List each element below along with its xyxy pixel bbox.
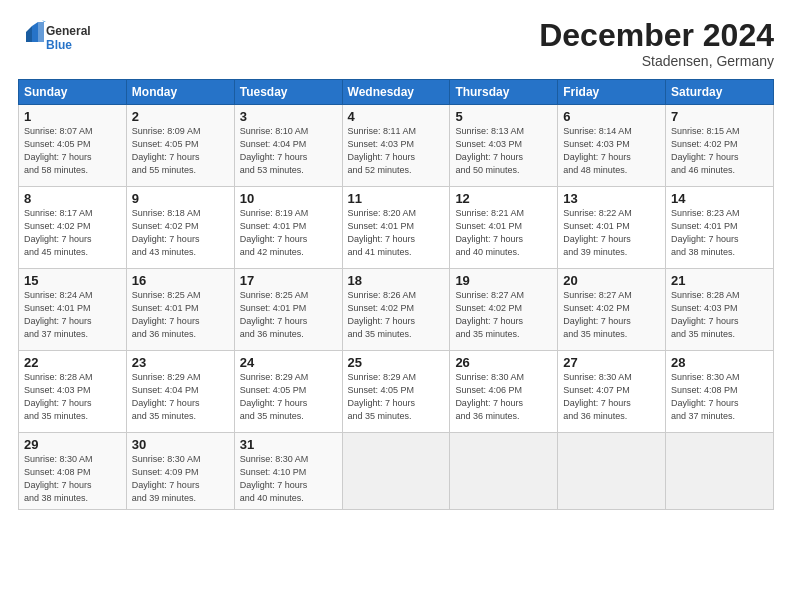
- table-row: 13Sunrise: 8:22 AM Sunset: 4:01 PM Dayli…: [558, 187, 666, 269]
- table-row: 26Sunrise: 8:30 AM Sunset: 4:06 PM Dayli…: [450, 351, 558, 433]
- day-info: Sunrise: 8:29 AM Sunset: 4:04 PM Dayligh…: [132, 371, 229, 423]
- month-title: December 2024: [539, 18, 774, 53]
- table-row: 21Sunrise: 8:28 AM Sunset: 4:03 PM Dayli…: [666, 269, 774, 351]
- svg-marker-2: [38, 22, 44, 42]
- day-number: 28: [671, 355, 768, 370]
- day-number: 20: [563, 273, 660, 288]
- calendar-header-row: Sunday Monday Tuesday Wednesday Thursday…: [19, 80, 774, 105]
- col-friday: Friday: [558, 80, 666, 105]
- col-sunday: Sunday: [19, 80, 127, 105]
- day-info: Sunrise: 8:30 AM Sunset: 4:07 PM Dayligh…: [563, 371, 660, 423]
- day-number: 14: [671, 191, 768, 206]
- table-row: [450, 433, 558, 510]
- table-row: 10Sunrise: 8:19 AM Sunset: 4:01 PM Dayli…: [234, 187, 342, 269]
- day-number: 9: [132, 191, 229, 206]
- day-number: 17: [240, 273, 337, 288]
- table-row: 16Sunrise: 8:25 AM Sunset: 4:01 PM Dayli…: [126, 269, 234, 351]
- svg-text:General: General: [46, 24, 91, 38]
- calendar-week-row: 29Sunrise: 8:30 AM Sunset: 4:08 PM Dayli…: [19, 433, 774, 510]
- day-number: 25: [348, 355, 445, 370]
- table-row: 18Sunrise: 8:26 AM Sunset: 4:02 PM Dayli…: [342, 269, 450, 351]
- table-row: 11Sunrise: 8:20 AM Sunset: 4:01 PM Dayli…: [342, 187, 450, 269]
- day-number: 1: [24, 109, 121, 124]
- day-number: 29: [24, 437, 121, 452]
- table-row: [666, 433, 774, 510]
- day-number: 7: [671, 109, 768, 124]
- day-info: Sunrise: 8:09 AM Sunset: 4:05 PM Dayligh…: [132, 125, 229, 177]
- calendar-week-row: 15Sunrise: 8:24 AM Sunset: 4:01 PM Dayli…: [19, 269, 774, 351]
- day-info: Sunrise: 8:28 AM Sunset: 4:03 PM Dayligh…: [671, 289, 768, 341]
- day-info: Sunrise: 8:24 AM Sunset: 4:01 PM Dayligh…: [24, 289, 121, 341]
- day-number: 8: [24, 191, 121, 206]
- table-row: 15Sunrise: 8:24 AM Sunset: 4:01 PM Dayli…: [19, 269, 127, 351]
- day-info: Sunrise: 8:21 AM Sunset: 4:01 PM Dayligh…: [455, 207, 552, 259]
- day-number: 15: [24, 273, 121, 288]
- day-number: 10: [240, 191, 337, 206]
- day-number: 2: [132, 109, 229, 124]
- day-info: Sunrise: 8:29 AM Sunset: 4:05 PM Dayligh…: [348, 371, 445, 423]
- day-number: 31: [240, 437, 337, 452]
- page-container: General Blue December 2024 Stadensen, Ge…: [0, 0, 792, 520]
- day-number: 11: [348, 191, 445, 206]
- col-saturday: Saturday: [666, 80, 774, 105]
- day-number: 24: [240, 355, 337, 370]
- table-row: 9Sunrise: 8:18 AM Sunset: 4:02 PM Daylig…: [126, 187, 234, 269]
- header: General Blue December 2024 Stadensen, Ge…: [18, 18, 774, 69]
- day-number: 23: [132, 355, 229, 370]
- logo-svg: General Blue: [18, 18, 108, 58]
- day-number: 3: [240, 109, 337, 124]
- day-info: Sunrise: 8:30 AM Sunset: 4:08 PM Dayligh…: [671, 371, 768, 423]
- day-number: 13: [563, 191, 660, 206]
- day-info: Sunrise: 8:27 AM Sunset: 4:02 PM Dayligh…: [563, 289, 660, 341]
- day-info: Sunrise: 8:25 AM Sunset: 4:01 PM Dayligh…: [240, 289, 337, 341]
- table-row: 25Sunrise: 8:29 AM Sunset: 4:05 PM Dayli…: [342, 351, 450, 433]
- svg-marker-4: [26, 26, 32, 42]
- table-row: 5Sunrise: 8:13 AM Sunset: 4:03 PM Daylig…: [450, 105, 558, 187]
- day-number: 26: [455, 355, 552, 370]
- day-info: Sunrise: 8:27 AM Sunset: 4:02 PM Dayligh…: [455, 289, 552, 341]
- table-row: 6Sunrise: 8:14 AM Sunset: 4:03 PM Daylig…: [558, 105, 666, 187]
- table-row: 27Sunrise: 8:30 AM Sunset: 4:07 PM Dayli…: [558, 351, 666, 433]
- day-info: Sunrise: 8:30 AM Sunset: 4:10 PM Dayligh…: [240, 453, 337, 505]
- table-row: 28Sunrise: 8:30 AM Sunset: 4:08 PM Dayli…: [666, 351, 774, 433]
- table-row: 3Sunrise: 8:10 AM Sunset: 4:04 PM Daylig…: [234, 105, 342, 187]
- day-info: Sunrise: 8:18 AM Sunset: 4:02 PM Dayligh…: [132, 207, 229, 259]
- calendar-week-row: 8Sunrise: 8:17 AM Sunset: 4:02 PM Daylig…: [19, 187, 774, 269]
- table-row: 19Sunrise: 8:27 AM Sunset: 4:02 PM Dayli…: [450, 269, 558, 351]
- table-row: 24Sunrise: 8:29 AM Sunset: 4:05 PM Dayli…: [234, 351, 342, 433]
- col-thursday: Thursday: [450, 80, 558, 105]
- location-subtitle: Stadensen, Germany: [539, 53, 774, 69]
- table-row: 7Sunrise: 8:15 AM Sunset: 4:02 PM Daylig…: [666, 105, 774, 187]
- day-info: Sunrise: 8:14 AM Sunset: 4:03 PM Dayligh…: [563, 125, 660, 177]
- col-tuesday: Tuesday: [234, 80, 342, 105]
- day-number: 4: [348, 109, 445, 124]
- table-row: 20Sunrise: 8:27 AM Sunset: 4:02 PM Dayli…: [558, 269, 666, 351]
- table-row: 2Sunrise: 8:09 AM Sunset: 4:05 PM Daylig…: [126, 105, 234, 187]
- day-number: 18: [348, 273, 445, 288]
- table-row: 1Sunrise: 8:07 AM Sunset: 4:05 PM Daylig…: [19, 105, 127, 187]
- day-info: Sunrise: 8:17 AM Sunset: 4:02 PM Dayligh…: [24, 207, 121, 259]
- day-number: 5: [455, 109, 552, 124]
- day-info: Sunrise: 8:30 AM Sunset: 4:06 PM Dayligh…: [455, 371, 552, 423]
- title-block: December 2024 Stadensen, Germany: [539, 18, 774, 69]
- day-info: Sunrise: 8:15 AM Sunset: 4:02 PM Dayligh…: [671, 125, 768, 177]
- day-number: 12: [455, 191, 552, 206]
- table-row: [342, 433, 450, 510]
- col-monday: Monday: [126, 80, 234, 105]
- day-number: 21: [671, 273, 768, 288]
- day-info: Sunrise: 8:20 AM Sunset: 4:01 PM Dayligh…: [348, 207, 445, 259]
- table-row: 8Sunrise: 8:17 AM Sunset: 4:02 PM Daylig…: [19, 187, 127, 269]
- svg-text:Blue: Blue: [46, 38, 72, 52]
- day-number: 6: [563, 109, 660, 124]
- day-number: 27: [563, 355, 660, 370]
- day-info: Sunrise: 8:07 AM Sunset: 4:05 PM Dayligh…: [24, 125, 121, 177]
- table-row: 23Sunrise: 8:29 AM Sunset: 4:04 PM Dayli…: [126, 351, 234, 433]
- day-number: 19: [455, 273, 552, 288]
- day-info: Sunrise: 8:30 AM Sunset: 4:09 PM Dayligh…: [132, 453, 229, 505]
- table-row: 17Sunrise: 8:25 AM Sunset: 4:01 PM Dayli…: [234, 269, 342, 351]
- table-row: 12Sunrise: 8:21 AM Sunset: 4:01 PM Dayli…: [450, 187, 558, 269]
- day-info: Sunrise: 8:30 AM Sunset: 4:08 PM Dayligh…: [24, 453, 121, 505]
- day-number: 16: [132, 273, 229, 288]
- col-wednesday: Wednesday: [342, 80, 450, 105]
- day-info: Sunrise: 8:23 AM Sunset: 4:01 PM Dayligh…: [671, 207, 768, 259]
